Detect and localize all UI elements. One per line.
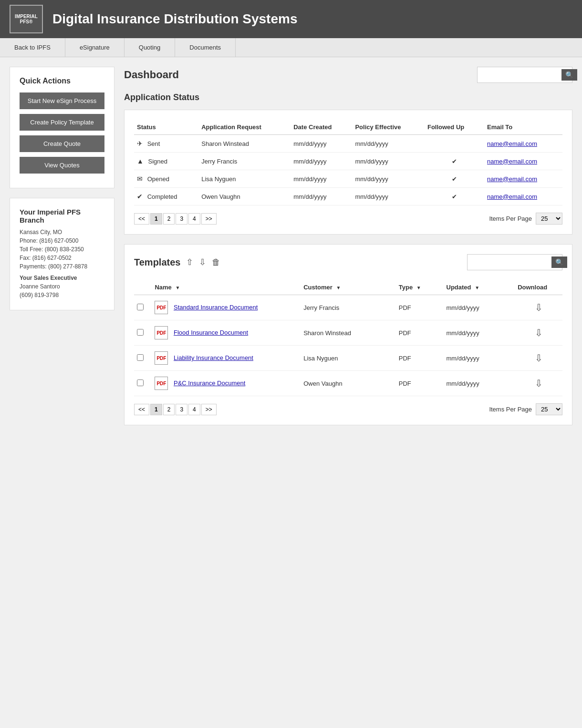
tpl-page-2[interactable]: 2 bbox=[163, 404, 175, 415]
nav-documents[interactable]: Documents bbox=[175, 38, 236, 57]
template-customer-cell: Jerry Francis bbox=[301, 295, 396, 320]
template-download-button[interactable]: ⇩ bbox=[535, 378, 543, 389]
tpl-items-per-page-select[interactable]: 25 50 100 bbox=[536, 403, 562, 415]
tpl-page-3[interactable]: 3 bbox=[176, 404, 187, 415]
email-link[interactable]: name@email.com bbox=[487, 158, 537, 165]
templates-search-input[interactable] bbox=[471, 259, 551, 266]
page-3[interactable]: 3 bbox=[176, 213, 187, 225]
template-download-cell: ⇩ bbox=[515, 295, 562, 320]
quick-actions-title: Quick Actions bbox=[20, 77, 104, 85]
create-quote-button[interactable]: Create Quote bbox=[20, 135, 104, 152]
templates-page-controls: << 1 2 3 4 >> bbox=[134, 404, 217, 415]
followed-up-cell: ✔ bbox=[425, 153, 484, 170]
template-name-cell: PDF Standard Insurance Document bbox=[152, 295, 301, 320]
template-updated-cell: mm/dd/yyyy bbox=[444, 320, 515, 346]
download-all-button[interactable]: ⇩ bbox=[199, 257, 206, 267]
tpl-page-first[interactable]: << bbox=[134, 404, 149, 415]
templates-search-button[interactable]: 🔍 bbox=[551, 256, 567, 268]
updated-sort-icon: ▼ bbox=[475, 285, 479, 290]
date-created-cell: mm/dd/yyyy bbox=[291, 170, 352, 188]
status-cell: ▲ Signed bbox=[134, 153, 198, 170]
col-updated-header: Updated ▼ bbox=[444, 280, 515, 295]
app-status-page-controls: << 1 2 3 4 >> bbox=[134, 213, 217, 225]
delete-button[interactable]: 🗑 bbox=[212, 257, 220, 267]
sales-exec-label: Your Sales Executive bbox=[20, 275, 104, 281]
dashboard-search-button[interactable]: 🔍 bbox=[561, 69, 577, 81]
template-checkbox[interactable] bbox=[137, 354, 144, 361]
template-name-link[interactable]: Liability Insurance Document bbox=[174, 354, 253, 361]
template-download-button[interactable]: ⇩ bbox=[535, 327, 543, 338]
nav-back-to-ipfs[interactable]: Back to IPFS bbox=[0, 38, 65, 57]
col-name-header: Name ▼ bbox=[152, 280, 301, 295]
status-label: Completed bbox=[147, 193, 177, 200]
template-download-button[interactable]: ⇩ bbox=[535, 302, 543, 313]
page-4[interactable]: 4 bbox=[188, 213, 200, 225]
email-link[interactable]: name@email.com bbox=[487, 175, 537, 183]
followed-up-cell: ✔ bbox=[425, 170, 484, 188]
app-status-row: ▲ Signed Jerry Francis mm/dd/yyyy mm/dd/… bbox=[134, 153, 562, 170]
status-icon: ▲ bbox=[137, 157, 144, 165]
template-name-cell: PDF Flood Insurance Document bbox=[152, 320, 301, 346]
template-name-link[interactable]: Standard Insurance Document bbox=[174, 304, 258, 311]
email-link[interactable]: name@email.com bbox=[487, 193, 537, 200]
template-checkbox[interactable] bbox=[137, 379, 144, 386]
templates-header: Templates ⇧ ⇩ 🗑 🔍 bbox=[134, 254, 562, 270]
templates-search-box: 🔍 bbox=[467, 254, 562, 270]
date-created-cell: mm/dd/yyyy bbox=[291, 153, 352, 170]
name-sort-icon: ▼ bbox=[175, 285, 180, 290]
page-2[interactable]: 2 bbox=[163, 213, 175, 225]
col-download-header: Download bbox=[515, 280, 562, 295]
template-name-link[interactable]: Flood Insurance Document bbox=[174, 329, 248, 336]
nav-quoting[interactable]: Quoting bbox=[125, 38, 176, 57]
template-customer-cell: Owen Vaughn bbox=[301, 371, 396, 396]
branch-phone: Phone: (816) 627-0500 bbox=[20, 237, 104, 244]
template-download-button[interactable]: ⇩ bbox=[535, 352, 543, 364]
status-label: Signed bbox=[148, 158, 167, 165]
start-esign-button[interactable]: Start New eSign Process bbox=[20, 92, 104, 109]
app-title: Digital Insurance Distribution Systems bbox=[52, 11, 297, 27]
tpl-page-last[interactable]: >> bbox=[201, 404, 217, 415]
upload-button[interactable]: ⇧ bbox=[186, 257, 193, 267]
create-policy-button[interactable]: Create Policy Template bbox=[20, 114, 104, 131]
page-1[interactable]: 1 bbox=[150, 213, 162, 225]
template-checkbox[interactable] bbox=[137, 329, 144, 336]
items-per-page-select[interactable]: 25 50 100 bbox=[536, 213, 562, 225]
template-type-cell: PDF bbox=[396, 371, 444, 396]
pdf-icon: PDF bbox=[155, 377, 168, 390]
page-first[interactable]: << bbox=[134, 213, 149, 225]
email-to-cell: name@email.com bbox=[484, 170, 562, 188]
app-request-cell: Lisa Nyguen bbox=[198, 170, 291, 188]
templates-items-per-page: Items Per Page 25 50 100 bbox=[489, 403, 562, 415]
branch-title: Your Imperial PFS Branch bbox=[20, 208, 104, 224]
sidebar: Quick Actions Start New eSign Process Cr… bbox=[10, 67, 114, 425]
pdf-icon: PDF bbox=[155, 301, 168, 314]
sales-exec-name: Joanne Santoro bbox=[20, 283, 104, 290]
template-name-link[interactable]: P&C Insurance Document bbox=[174, 379, 245, 387]
items-per-page-label: Items Per Page bbox=[489, 215, 532, 222]
header: IMPERIAL PFS® Digital Insurance Distribu… bbox=[0, 0, 582, 38]
app-status-panel: Status Application Request Date Created … bbox=[124, 110, 572, 235]
pdf-icon: PDF bbox=[155, 326, 168, 339]
template-checkbox-cell bbox=[134, 320, 152, 346]
col-policy-effective: Policy Effective bbox=[352, 120, 425, 135]
template-download-cell: ⇩ bbox=[515, 320, 562, 346]
main-nav: Back to IPFS eSignature Quoting Document… bbox=[0, 38, 582, 57]
col-check-header bbox=[134, 280, 152, 295]
branch-name: Kansas City, MO bbox=[20, 229, 104, 236]
template-row: PDF P&C Insurance Document Owen Vaughn P… bbox=[134, 371, 562, 396]
status-icon: ✈ bbox=[137, 140, 143, 147]
view-quotes-button[interactable]: View Quotes bbox=[20, 157, 104, 174]
page-last[interactable]: >> bbox=[201, 213, 217, 225]
dashboard-search-input[interactable] bbox=[481, 72, 561, 79]
date-created-cell: mm/dd/yyyy bbox=[291, 188, 352, 205]
branch-info-card: Your Imperial PFS Branch Kansas City, MO… bbox=[10, 198, 114, 310]
template-checkbox[interactable] bbox=[137, 304, 144, 310]
tpl-page-4[interactable]: 4 bbox=[188, 404, 200, 415]
policy-effective-cell: mm/dd/yyyy bbox=[352, 153, 425, 170]
tpl-page-1[interactable]: 1 bbox=[150, 404, 162, 415]
email-link[interactable]: name@email.com bbox=[487, 140, 537, 147]
app-status-row: ✔ Completed Owen Vaughn mm/dd/yyyy mm/dd… bbox=[134, 188, 562, 205]
type-sort-icon: ▼ bbox=[416, 285, 421, 290]
branch-toll-free: Toll Free: (800) 838-2350 bbox=[20, 246, 104, 253]
nav-esignature[interactable]: eSignature bbox=[65, 38, 125, 57]
